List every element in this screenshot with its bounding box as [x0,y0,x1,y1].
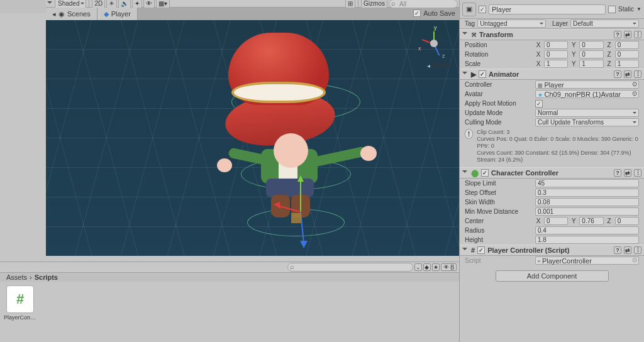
asset-script-playercontroller[interactable]: # PlayerCont... [4,285,36,338]
step-input[interactable] [535,189,639,197]
static-checkbox[interactable] [608,6,616,13]
foldout-icon[interactable] [462,170,467,175]
preset-icon[interactable]: ⇄ [624,246,631,254]
layer-label: Layer [552,20,568,27]
shading-caret-icon [47,1,52,6]
active-checkbox[interactable] [479,6,486,13]
filter-by-label-icon[interactable]: ◆ [423,263,431,271]
breadcrumb-scripts[interactable]: Scripts [35,273,58,281]
separator [89,0,89,8]
auto-save-checkbox[interactable] [413,9,421,17]
shading-mode-dropdown[interactable]: Shaded [55,0,86,8]
project-search-input[interactable] [287,263,413,272]
gameobject-icon[interactable]: ▣ [462,3,476,16]
center-y-input[interactable] [579,217,603,225]
static-dropdown-icon[interactable]: ▼ [636,6,641,12]
radius-input[interactable] [535,226,639,234]
scl-z-input[interactable] [615,60,639,68]
scene-search-input[interactable]: All [389,0,458,8]
context-menu-icon[interactable]: ⋮ [634,70,641,78]
auto-save-label: Auto Save [423,9,455,17]
tag-dropdown[interactable]: Untagged [477,19,546,28]
orientation-gizmo[interactable]: y x z [417,26,452,61]
hidden-items-count[interactable]: 👁8 [441,263,457,271]
component-header-transform[interactable]: ⤧ Transform ? ⇄ ⋮ [460,29,644,40]
scale-label: Scale [465,60,533,67]
minmove-input[interactable] [535,207,639,216]
animator-enable-checkbox[interactable] [479,70,486,78]
skin-label: Skin Width [465,199,533,206]
update-mode-dropdown[interactable]: Normal [535,109,639,117]
layer-dropdown[interactable]: Default [570,19,639,28]
component-header-animator[interactable]: ▶ Animator ?⇄⋮ [460,69,644,80]
component-title: Transform [479,31,513,38]
foldout-icon[interactable] [462,248,467,253]
inspector-panel: ▣ Player Static ▼ Tag Untagged Layer Def… [459,0,644,342]
script-enable-checkbox[interactable] [477,246,485,254]
preset-icon[interactable]: ⇄ [624,169,631,177]
auto-save-toggle[interactable]: Auto Save [413,8,455,19]
help-icon[interactable]: ? [614,31,621,38]
hidden-items-number: 8 [450,263,454,271]
breadcrumb-assets[interactable]: Assets [6,273,27,281]
position-label: Position [465,41,533,48]
scene-search-hint: All [399,1,406,8]
pos-z-input[interactable] [615,41,639,49]
update-mode-label: Update Mode [465,109,533,116]
avatar-field[interactable]: ★ Ch09_nonPBR (1)Avatar [535,90,639,98]
center-z-input[interactable] [615,217,639,225]
animator-info-box: ! Clip Count: 3 Curves Pos: 0 Quat: 0 Eu… [460,127,644,167]
cc-enable-checkbox[interactable] [481,169,489,177]
script-field[interactable]: ▫ PlayerController [535,256,639,265]
script-icon: # [471,246,475,254]
tab-scenes[interactable]: ◂ ◉ Scenes [46,8,97,20]
inspector-header: ▣ Player Static ▼ [460,0,644,19]
component-header-character-controller[interactable]: ⬤ Character Controller ?⇄⋮ [460,167,644,179]
svg-marker-3 [274,202,280,209]
step-label: Step Offset [465,189,533,196]
foldout-icon[interactable] [462,72,467,77]
rot-y-input[interactable] [579,50,603,58]
controller-field[interactable]: ⊞ Player [535,80,639,89]
component-title: Animator [489,70,519,78]
move-gizmo[interactable] [272,174,329,250]
radius-label: Radius [465,227,533,234]
pos-y-input[interactable] [579,41,603,49]
help-icon[interactable]: ? [614,70,621,78]
rot-x-input[interactable] [544,50,568,58]
context-menu-icon[interactable]: ⋮ [634,246,641,254]
projection-label[interactable]: ◂ Persp [427,62,450,69]
pos-x-input[interactable] [544,41,568,49]
add-component-button[interactable]: Add Component [496,270,609,282]
scene-tabbar: ◂ ◉ Scenes ◆ Player Auto Save [46,8,459,20]
scl-x-input[interactable] [544,60,568,68]
context-menu-icon[interactable]: ⋮ [634,31,641,38]
apply-root-checkbox[interactable] [535,100,543,108]
height-input[interactable] [535,236,639,244]
save-search-icon[interactable]: ★ [432,263,440,271]
skin-input[interactable] [535,198,639,206]
project-toolbar: ⌄ ◆ ★ 👁8 [0,262,459,272]
project-grid[interactable]: # PlayerCont... [0,282,459,342]
help-icon[interactable]: ? [614,246,621,254]
info-line: Curves Pos: 0 Quat: 0 Euler: 0 Scale: 0 … [477,136,639,150]
component-header-player-controller[interactable]: # Player Controller (Script) ?⇄⋮ [460,245,644,256]
culling-mode-label: Culling Mode [465,119,533,126]
foldout-icon[interactable] [462,32,467,37]
project-breadcrumb: Assets › Scripts [0,272,459,282]
filter-by-type-icon[interactable]: ⌄ [414,263,422,271]
object-name-input[interactable]: Player [489,4,606,14]
scl-y-input[interactable] [579,60,603,68]
preset-icon[interactable]: ⇄ [624,31,631,38]
help-icon[interactable]: ? [614,169,621,177]
culling-mode-dropdown[interactable]: Cull Update Transforms [535,118,639,126]
scene-view[interactable]: y x z ◂ Persp [46,20,459,256]
preset-icon[interactable]: ⇄ [624,70,631,78]
context-menu-icon[interactable]: ⋮ [634,169,641,177]
info-line: Clip Count: 3 [477,129,639,136]
rot-z-input[interactable] [615,50,639,58]
tab-prefab-player[interactable]: ◆ Player [97,8,138,20]
slope-input[interactable] [535,179,639,187]
center-x-input[interactable] [544,217,568,225]
csharp-script-icon: # [6,285,34,313]
